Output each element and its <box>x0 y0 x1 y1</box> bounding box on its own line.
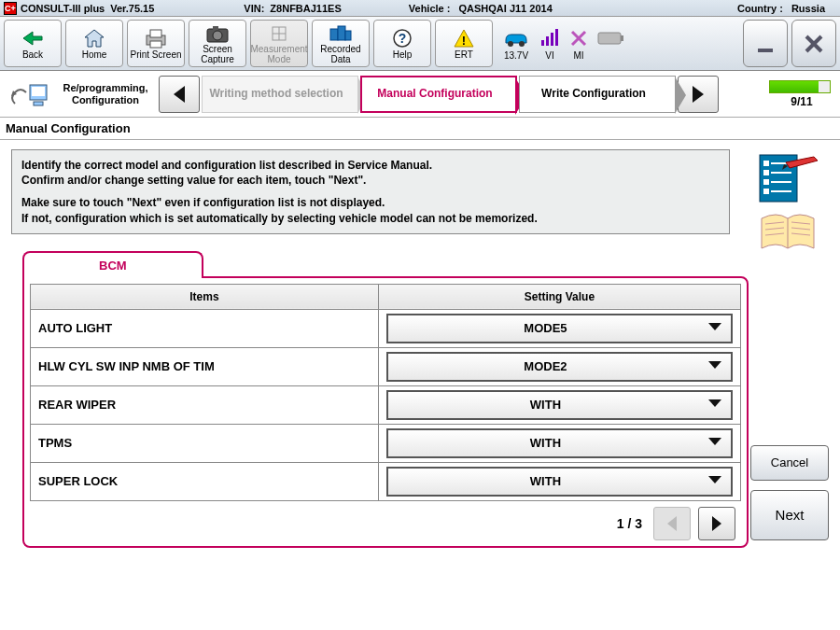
setting-value-text: MODE5 <box>388 321 703 335</box>
svg-rect-9 <box>330 29 338 40</box>
page-info: 1 / 3 <box>617 516 642 531</box>
app-version: Ver.75.15 <box>110 3 154 14</box>
chevron-down-icon <box>703 320 727 336</box>
vehicle-label: Vehicle : QASHQAI J11 2014 <box>409 3 558 14</box>
ert-button[interactable]: ! ERT <box>435 20 493 67</box>
setting-value-select[interactable]: WITH <box>386 467 733 497</box>
config-item-label: TPMS <box>31 424 379 462</box>
decor-illustration <box>758 153 823 259</box>
minimize-button[interactable] <box>743 20 788 67</box>
vi-status: VI <box>539 26 560 61</box>
home-button[interactable]: Home <box>65 20 123 67</box>
help-icon: ? <box>392 26 413 50</box>
help-button[interactable]: ? Help <box>373 20 431 67</box>
table-row: REAR WIPERWITH <box>31 385 741 424</box>
cancel-button[interactable]: Cancel <box>750 445 829 481</box>
titlebar: C+ CONSULT-III plus Ver.75.15 VIN:Z8NFBA… <box>0 0 840 17</box>
config-item-value-cell: WITH <box>378 462 740 500</box>
chevron-down-icon <box>703 397 727 413</box>
config-item-value-cell: WITH <box>378 424 740 462</box>
page-next-button[interactable] <box>698 507 735 540</box>
svg-point-16 <box>519 41 525 47</box>
measurement-mode-button: Measurement Mode <box>250 20 308 67</box>
app-logo-icon: C+ <box>4 2 17 15</box>
col-items: Items <box>31 284 379 309</box>
instruction-box: Identify the correct model and configura… <box>11 149 730 234</box>
setting-value-text: WITH <box>388 436 703 450</box>
config-item-label: SUPER LOCK <box>31 462 379 500</box>
config-item-value-cell: MODE5 <box>378 309 740 347</box>
reprogramming-icon <box>6 76 52 113</box>
status-group: 13.7V VI MI <box>502 20 625 67</box>
svg-rect-19 <box>551 33 553 46</box>
step-manual-configuration: Manual Configuration <box>360 76 517 113</box>
section-title: Manual Configuration <box>0 118 840 140</box>
main-content: Identify the correct model and configura… <box>0 140 840 557</box>
setting-value-select[interactable]: WITH <box>386 428 733 458</box>
close-button[interactable] <box>791 20 836 67</box>
svg-rect-34 <box>763 170 769 175</box>
home-icon <box>83 26 105 50</box>
svg-rect-25 <box>758 49 773 52</box>
recorded-data-button[interactable]: Recorded Data <box>312 20 370 67</box>
setting-value-text: WITH <box>388 398 703 412</box>
svg-rect-38 <box>763 189 769 194</box>
svg-point-15 <box>508 41 513 47</box>
svg-rect-20 <box>555 29 558 46</box>
battery-voltage-status: 13.7V <box>502 26 530 61</box>
setting-value-text: MODE2 <box>388 359 703 373</box>
svg-rect-36 <box>763 179 769 185</box>
svg-rect-23 <box>598 33 621 44</box>
config-item-value-cell: MODE2 <box>378 347 740 385</box>
config-tab-container: BCM Items Setting Value AUTO LIGHTMODE5H… <box>22 251 829 548</box>
setting-value-select[interactable]: WITH <box>386 390 733 420</box>
back-button[interactable]: Back <box>4 20 62 67</box>
step-progress: 9/11 <box>769 80 834 108</box>
book-icon <box>758 211 818 252</box>
country-label: Country : Russia <box>737 3 831 14</box>
tab-bcm[interactable]: BCM <box>22 251 203 278</box>
svg-rect-32 <box>763 161 769 166</box>
step-prev-button[interactable] <box>159 76 200 113</box>
vin-label: VIN:Z8NFBAJ11ES <box>244 3 346 14</box>
svg-rect-11 <box>345 31 351 40</box>
svg-text:!: ! <box>462 34 466 48</box>
config-item-label: REAR WIPER <box>31 385 379 424</box>
table-row: HLW CYL SW INP NMB OF TIMMODE2 <box>31 347 741 385</box>
col-value: Setting Value <box>378 284 740 309</box>
svg-rect-17 <box>541 40 544 46</box>
car-icon <box>502 26 530 50</box>
svg-rect-29 <box>32 87 45 96</box>
checklist-icon <box>758 153 823 203</box>
svg-rect-18 <box>546 36 549 46</box>
chevron-down-icon <box>703 358 727 374</box>
printer-icon <box>144 26 168 50</box>
signal-icon <box>539 26 560 50</box>
config-item-label: AUTO LIGHT <box>31 309 379 347</box>
setting-value-select[interactable]: MODE2 <box>386 352 733 382</box>
setting-value-select[interactable]: MODE5 <box>386 314 733 343</box>
step-write-configuration: Write Configuration <box>519 76 676 113</box>
svg-rect-2 <box>150 41 161 48</box>
screen-capture-button[interactable]: Screen Capture <box>189 20 246 67</box>
print-button[interactable]: Print Screen <box>127 20 185 67</box>
side-actions: Cancel Next <box>750 445 829 540</box>
config-table: Items Setting Value AUTO LIGHTMODE5HLW C… <box>30 284 741 501</box>
progress-fill <box>770 81 819 92</box>
chevron-down-icon <box>703 435 727 451</box>
battery-icon <box>597 26 625 50</box>
config-item-value-cell: WITH <box>378 385 740 424</box>
config-panel: Items Setting Value AUTO LIGHTMODE5HLW C… <box>22 276 749 548</box>
pager: 1 / 3 <box>30 507 741 540</box>
measurement-icon <box>269 22 289 45</box>
svg-point-4 <box>213 31 222 40</box>
setting-value-text: WITH <box>388 474 703 488</box>
back-arrow-icon <box>21 26 44 50</box>
disconnected-icon <box>569 26 588 50</box>
next-button[interactable]: Next <box>750 490 829 540</box>
camera-icon <box>205 22 230 45</box>
app-name: CONSULT-III plus <box>21 3 105 14</box>
page-prev-button <box>653 507 691 540</box>
step-root-label: Re/programming, Configuration <box>54 82 157 105</box>
svg-rect-1 <box>150 30 161 37</box>
